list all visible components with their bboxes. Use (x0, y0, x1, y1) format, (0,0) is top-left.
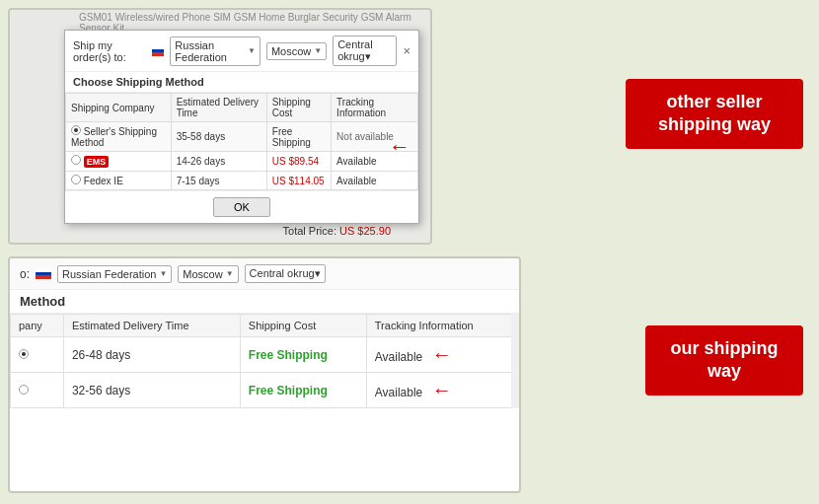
col-tracking: Tracking Information (332, 94, 418, 122)
radio-button[interactable] (71, 175, 81, 184)
bottom-company-cell (11, 337, 64, 373)
ems-logo: EMS (84, 156, 110, 168)
bottom-cost-cell-2: Free Shipping (240, 373, 366, 408)
other-seller-label: other seller shipping way (626, 79, 803, 149)
other-seller-line1: other seller (666, 92, 762, 111)
bottom-city-value: Moscow (183, 268, 222, 280)
total-price-value: US $25.90 (339, 225, 391, 237)
table-row[interactable]: EMS 14-26 days US $89.54 Available (66, 152, 418, 172)
bottom-city-chevron-icon: ▼ (226, 269, 234, 278)
company-cell: EMS (66, 152, 172, 172)
our-shipping-line1: our shipping (671, 338, 779, 358)
available-arrow-icon-2: ← (432, 379, 452, 401)
tracking-cell: Available (332, 172, 418, 190)
delivery-cell: 7-15 days (171, 172, 266, 190)
ship-to-label: Ship my order(s) to: (73, 39, 146, 63)
close-icon[interactable]: × (403, 43, 410, 58)
our-shipping-label: our shipping way (645, 325, 803, 396)
company-name: Fedex IE (84, 176, 123, 186)
our-shipping-line2: way (707, 361, 741, 381)
bottom-col-tracking: Tracking Information (366, 315, 518, 337)
bottom-col-company: pany (11, 315, 64, 337)
scrollbar-track[interactable] (511, 314, 519, 408)
shipping-table-area: Shipping Company Estimated Delivery Time… (65, 93, 418, 190)
city-chevron-icon: ▼ (314, 46, 322, 55)
bottom-company-cell-2 (11, 373, 64, 408)
delivery-cell: 14-26 days (171, 152, 266, 172)
available-arrow-icon: ← (432, 343, 452, 366)
bottom-col-delivery: Estimated Delivery Time (63, 315, 240, 337)
shipping-dialog: Ship my order(s) to: Russian Federation … (64, 30, 419, 224)
bottom-delivery-cell: 26-48 days (63, 337, 240, 373)
delivery-cell: 35-58 days (171, 122, 266, 152)
bottom-delivery-cell-2: 32-56 days (63, 373, 240, 408)
russia-flag-icon (152, 45, 164, 56)
shipping-table: Shipping Company Estimated Delivery Time… (65, 93, 418, 190)
region-value: Central okrug▾ (337, 38, 392, 63)
country-select[interactable]: Russian Federation ▼ (170, 36, 261, 66)
bottom-cost-cell: Free Shipping (240, 337, 366, 373)
country-value: Russian Federation (175, 39, 245, 63)
company-cell: Fedex IE (66, 172, 172, 190)
top-panel: GSM01 Wireless/wired Phone SIM GSM Home … (8, 8, 432, 245)
company-cell: Seller's Shipping Method (66, 122, 172, 152)
bottom-method-label: Method (10, 290, 519, 314)
country-chevron-icon: ▼ (248, 46, 256, 55)
table-row[interactable]: 26-48 days Free Shipping Available ← (11, 337, 519, 373)
total-price-label: Total Price: (283, 225, 336, 237)
radio-button[interactable] (71, 155, 81, 165)
bottom-country-chevron-icon: ▼ (159, 269, 167, 278)
radio-button[interactable] (71, 125, 81, 135)
region-select[interactable]: Central okrug▾ (333, 36, 397, 66)
bottom-tracking-cell: Available ← (366, 337, 518, 373)
bottom-ship-to-row: o: Russian Federation ▼ Moscow ▼ Central… (10, 258, 519, 290)
table-row[interactable]: 32-56 days Free Shipping Available ← (11, 373, 519, 408)
choose-shipping-label: Choose Shipping Method (65, 72, 418, 93)
bottom-russia-flag-icon (36, 268, 51, 279)
bottom-tracking-cell-2: Available ← (366, 373, 518, 408)
bottom-city-select[interactable]: Moscow ▼ (178, 265, 238, 283)
col-delivery: Estimated Delivery Time (171, 94, 266, 122)
svg-rect-2 (152, 52, 164, 56)
cost-cell: Free Shipping (266, 122, 331, 152)
ship-to-row: Ship my order(s) to: Russian Federation … (65, 31, 418, 72)
svg-rect-0 (152, 45, 164, 49)
ok-area: OK (65, 190, 418, 223)
arrow-annotation-top: ← (389, 134, 410, 160)
bottom-radio-button-2[interactable] (19, 385, 29, 395)
table-row[interactable]: Fedex IE 7-15 days US $114.05 Available (66, 172, 418, 190)
svg-rect-5 (36, 275, 51, 279)
bottom-col-cost: Shipping Cost (240, 315, 366, 337)
bottom-country-select[interactable]: Russian Federation ▼ (57, 265, 172, 283)
table-row[interactable]: Seller's Shipping Method 35-58 days Free… (66, 122, 418, 152)
ok-button[interactable]: OK (213, 197, 270, 217)
other-seller-line2: shipping way (658, 114, 771, 134)
bottom-region-select[interactable]: Central okrug▾ (245, 264, 326, 283)
cost-cell: US $89.54 (266, 152, 331, 172)
bottom-country-value: Russian Federation (62, 268, 156, 280)
bottom-radio-button[interactable] (19, 349, 29, 359)
col-cost: Shipping Cost (266, 94, 331, 122)
cost-cell: US $114.05 (266, 172, 331, 190)
bottom-shipping-table: pany Estimated Delivery Time Shipping Co… (10, 314, 519, 408)
city-value: Moscow (271, 45, 311, 57)
city-select[interactable]: Moscow ▼ (266, 42, 327, 60)
bottom-to-label: o: (20, 267, 30, 281)
col-company: Shipping Company (66, 94, 172, 122)
company-name: Seller's Shipping Method (71, 126, 157, 148)
bottom-table-area: pany Estimated Delivery Time Shipping Co… (10, 314, 519, 408)
total-price-area: Total Price: US $25.90 (283, 225, 391, 237)
bottom-panel: o: Russian Federation ▼ Moscow ▼ Central… (8, 256, 521, 493)
svg-rect-3 (36, 268, 51, 272)
bottom-region-value: Central okrug▾ (250, 267, 321, 280)
